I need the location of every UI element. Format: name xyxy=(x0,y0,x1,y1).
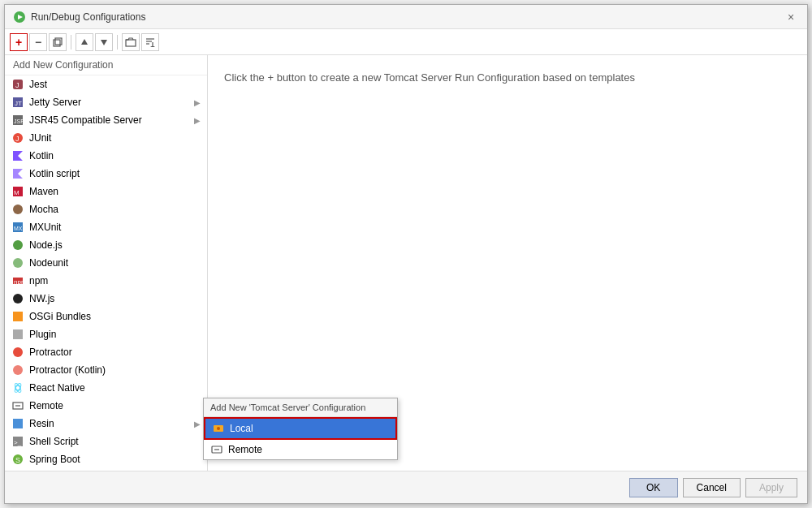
copy-button[interactable] xyxy=(49,33,67,51)
remote-submenu-icon xyxy=(210,443,223,456)
move-to-button[interactable] xyxy=(122,33,140,51)
jest-icon: J xyxy=(11,78,24,91)
toolbar-separator-2 xyxy=(117,35,118,50)
svg-point-31 xyxy=(13,294,23,304)
list-item[interactable]: npm npm xyxy=(5,272,207,290)
list-item[interactable]: S Spring Boot xyxy=(5,450,207,468)
move-up-button[interactable] xyxy=(76,33,93,51)
protractor-icon xyxy=(11,346,24,359)
svg-rect-41 xyxy=(13,419,23,428)
jsr45-icon: JSR xyxy=(11,114,24,127)
list-item[interactable]: Resin ▶ xyxy=(5,415,207,433)
list-item[interactable]: Kotlin script xyxy=(5,165,207,183)
list-item[interactable]: Node.js xyxy=(5,236,207,254)
nwjs-icon xyxy=(11,292,24,305)
title-bar-left: Run/Debug Configurations xyxy=(13,11,145,24)
list-item[interactable]: Protractor xyxy=(5,343,207,361)
maven-icon: M xyxy=(11,185,24,198)
list-item[interactable]: MX MXUnit xyxy=(5,218,207,236)
svg-point-24 xyxy=(13,204,23,214)
svg-text:JT: JT xyxy=(15,100,22,107)
svg-text:JSR: JSR xyxy=(14,118,24,124)
local-icon xyxy=(212,422,225,435)
list-item[interactable]: Mocha xyxy=(5,200,207,218)
arrow-icon: ▶ xyxy=(194,116,201,125)
list-item[interactable]: >_ Shell Script xyxy=(5,433,207,450)
svg-marker-11 xyxy=(150,46,155,47)
jetty-icon: JT xyxy=(11,96,24,109)
svg-text:>_: >_ xyxy=(14,439,22,446)
toolbar: + − xyxy=(5,29,807,55)
svg-point-34 xyxy=(13,347,23,357)
toolbar-separator-1 xyxy=(71,35,71,50)
list-item[interactable]: Protractor (Kotlin) xyxy=(5,361,207,379)
tomcat-submenu: Add New 'Tomcat Server' Configuration Lo… xyxy=(203,398,398,460)
nodejs-icon xyxy=(11,239,24,252)
submenu-local-label: Local xyxy=(230,423,253,434)
shell-script-icon: >_ xyxy=(11,435,24,448)
remote-icon xyxy=(11,399,24,412)
cancel-button[interactable]: Cancel xyxy=(683,478,741,497)
title-bar: Run/Debug Configurations × xyxy=(5,5,807,29)
add-new-header: Add New Configuration xyxy=(5,55,207,75)
submenu-remote-item[interactable]: Remote xyxy=(204,440,397,459)
close-button[interactable]: × xyxy=(783,9,799,25)
svg-rect-6 xyxy=(126,40,136,46)
junit-icon: J xyxy=(11,131,24,144)
bottom-bar: OK Cancel Apply xyxy=(5,471,807,503)
list-item[interactable]: Nodeunit xyxy=(5,254,207,272)
svg-point-28 xyxy=(13,258,23,268)
svg-text:J: J xyxy=(15,135,19,143)
svg-marker-20 xyxy=(13,151,23,161)
apply-button[interactable]: Apply xyxy=(745,478,797,497)
arrow-icon: ▶ xyxy=(194,420,201,428)
list-item[interactable]: Remote xyxy=(5,397,207,415)
svg-marker-5 xyxy=(101,40,107,45)
svg-text:S: S xyxy=(15,456,20,464)
nodeunit-icon xyxy=(11,256,24,269)
react-native-icon xyxy=(11,381,24,394)
svg-point-63 xyxy=(217,427,220,430)
mocha-icon xyxy=(11,203,24,216)
svg-point-27 xyxy=(13,240,23,250)
list-item[interactable]: NW.js xyxy=(5,290,207,308)
ok-button[interactable]: OK xyxy=(629,478,678,497)
list-item[interactable]: M Maven xyxy=(5,183,207,200)
osgi-icon xyxy=(11,310,24,323)
kotlin-icon xyxy=(11,149,24,162)
spring-boot-icon: S xyxy=(11,453,24,466)
list-item[interactable]: JT Jetty Server ▶ xyxy=(5,93,207,111)
arrow-icon: ▶ xyxy=(194,98,201,107)
svg-text:M: M xyxy=(14,189,19,196)
remove-button[interactable]: − xyxy=(29,33,47,51)
right-panel-message: Click the + button to create a new Tomca… xyxy=(224,71,635,84)
plugin-icon xyxy=(11,328,24,341)
sort-button[interactable] xyxy=(141,33,159,51)
kotlin-script-icon xyxy=(11,167,24,180)
svg-rect-32 xyxy=(13,312,23,321)
svg-text:MX: MX xyxy=(14,226,23,231)
submenu-header: Add New 'Tomcat Server' Configuration xyxy=(204,398,397,417)
list-item[interactable]: Plugin xyxy=(5,325,207,343)
list-item[interactable]: J Jest xyxy=(5,75,207,93)
resin-icon xyxy=(11,417,24,430)
left-panel: Add New Configuration J Jest JT Jetty Se… xyxy=(5,55,208,471)
run-debug-dialog: Run/Debug Configurations × + − Add New C… xyxy=(4,4,808,504)
main-content: Add New Configuration J Jest JT Jetty Se… xyxy=(5,55,807,471)
submenu-local-item[interactable]: Local xyxy=(204,417,397,440)
svg-rect-2 xyxy=(54,40,60,46)
mxunit-icon: MX xyxy=(11,221,24,234)
add-button[interactable]: + xyxy=(10,33,28,51)
submenu-remote-label: Remote xyxy=(228,444,262,455)
move-down-button[interactable] xyxy=(95,33,113,51)
list-item[interactable]: JSR JSR45 Compatible Server ▶ xyxy=(5,111,207,129)
list-item[interactable]: OSGi Bundles xyxy=(5,308,207,325)
svg-marker-21 xyxy=(13,169,23,179)
run-debug-icon xyxy=(13,11,26,24)
list-item[interactable]: Spring dmServer ▶ xyxy=(5,468,207,471)
list-item[interactable]: Kotlin xyxy=(5,147,207,165)
list-item[interactable]: React Native xyxy=(5,379,207,397)
svg-marker-4 xyxy=(81,39,88,45)
protractor-kotlin-icon xyxy=(11,364,24,377)
list-item[interactable]: J JUnit xyxy=(5,129,207,147)
